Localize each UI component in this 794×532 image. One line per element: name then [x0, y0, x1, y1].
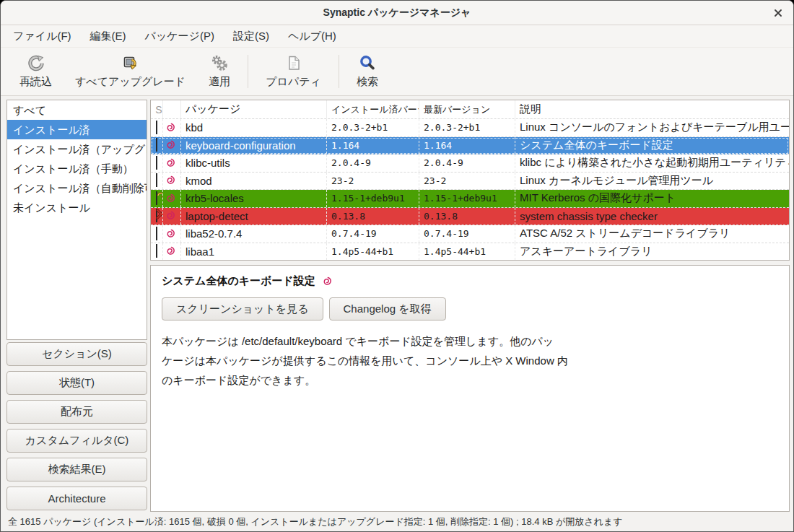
package-name: liba52-0.7.4 [181, 225, 327, 243]
package-row-krb5-locales[interactable]: krb5-locales1.15-1+deb9u11.15-1+deb9u1MI… [151, 190, 789, 208]
latest-version: 2.0.3-2+b1 [419, 119, 515, 136]
package-row-liba52-0.7.4[interactable]: liba52-0.7.40.7.4-190.7.4-19ATSC A/52 スト… [151, 225, 789, 243]
latest-version: 0.13.8 [419, 208, 515, 225]
latest-version: 1.4p5-44+b1 [419, 243, 515, 261]
sidebar-button-origin[interactable]: 配布元 [6, 400, 147, 424]
sidebar-filter-item[interactable]: 未インストール [7, 198, 147, 217]
reload-button[interactable]: 再読込 [8, 48, 64, 89]
debian-swirl-icon [322, 276, 332, 287]
get-screenshot-button[interactable]: スクリーンショットを見る [162, 297, 323, 320]
column-header-1[interactable] [163, 100, 181, 118]
package-name: libaa1 [181, 243, 327, 261]
sidebar-filter-item[interactable]: インストール済（アップグレード可） [7, 139, 147, 159]
package-description: アスキーアートライブラリ [515, 243, 789, 261]
sidebar-button-sections[interactable]: セクション(S) [6, 342, 147, 366]
package-filter-list: すべてインストール済インストール済（アップグレード可）インストール済（手動）イン… [6, 100, 147, 340]
latest-version: 0.7.4-19 [419, 225, 515, 243]
sidebar-button-search-results[interactable]: 検索結果(E) [6, 458, 147, 481]
package-row-kmod[interactable]: kmod23-223-2Linux カーネルモジュール管理用ツール [151, 173, 789, 191]
installed-status-icon[interactable] [156, 157, 157, 170]
sidebar-filter-item[interactable]: すべて [7, 100, 147, 120]
status-cell [151, 225, 163, 243]
installed-version: 1.4p5-44+b1 [327, 243, 419, 261]
apply-button[interactable]: 適用 [197, 48, 242, 89]
close-button[interactable] [772, 6, 785, 19]
supported-cell [163, 190, 181, 207]
menu-package[interactable]: パッケージ(P) [136, 26, 224, 47]
table-header: Sパッケージインストール済バージョン最新バージョン説明 [151, 100, 789, 119]
supported-cell [163, 119, 181, 136]
search-button[interactable]: 検索 [345, 48, 390, 89]
supported-cell [163, 154, 181, 172]
status-text: 全 1615 パッケージ (インストール済: 1615 個, 破損 0 個, イ… [8, 515, 623, 528]
reinstall-status-icon[interactable] [156, 192, 157, 205]
column-header-2[interactable]: パッケージ [181, 100, 327, 118]
debian-swirl-icon [165, 140, 175, 150]
apply-label: 適用 [209, 75, 230, 89]
remove-status-icon[interactable] [156, 209, 157, 222]
sidebar-button-status[interactable]: 状態(T) [6, 371, 147, 395]
column-header-0[interactable]: S [151, 100, 163, 118]
reload-label: 再読込 [19, 75, 52, 89]
details-description: 本パッケージは /etc/default/keyboard でキーボード設定を管… [162, 331, 778, 390]
latest-version: 2.0.4-9 [419, 154, 515, 172]
latest-version: 1.164 [419, 137, 515, 154]
sidebar-button-custom-filters[interactable]: カスタムフィルタ(C) [6, 429, 147, 453]
upgrade-all-button[interactable]: すべてアップグレード [64, 48, 197, 89]
column-header-4[interactable]: 最新バージョン [419, 100, 515, 118]
search-icon [358, 53, 377, 74]
column-header-5[interactable]: 説明 [515, 100, 789, 118]
supported-cell [163, 243, 181, 261]
column-header-3[interactable]: インストール済バージョン [327, 100, 419, 118]
package-row-laptop-detect[interactable]: laptop-detect0.13.80.13.8system chassis … [151, 208, 789, 226]
installed-status-icon[interactable] [156, 245, 157, 258]
menu-file[interactable]: ファイル(F) [4, 26, 81, 47]
close-icon [774, 9, 782, 17]
package-name: laptop-detect [181, 208, 327, 225]
installed-status-icon[interactable] [156, 174, 157, 187]
package-name: kbd [181, 119, 327, 136]
main-area: すべてインストール済インストール済（アップグレード可）インストール済（手動）イン… [1, 97, 793, 512]
description-line: 本パッケージは /etc/default/keyboard でキーボード設定を管… [162, 331, 778, 351]
menu-help[interactable]: ヘルプ(H) [279, 26, 346, 47]
debian-swirl-icon [165, 193, 175, 204]
debian-swirl-icon [165, 211, 175, 221]
properties-icon [284, 53, 303, 74]
package-description: klibc により構築された小さな起動初期用ユーティリティ [515, 154, 789, 172]
installed-version: 2.0.3-2+b1 [327, 119, 419, 136]
sidebar-filter-item[interactable]: インストール済（手動） [7, 159, 147, 178]
debian-swirl-icon [165, 158, 175, 168]
status-cell [151, 190, 163, 207]
package-description: ATSC A/52 ストリームデコードライブラリ [515, 225, 789, 243]
description-line: のキーボード設定ができます。 [162, 370, 778, 390]
status-cell [151, 154, 163, 172]
package-description: Linux コンソールのフォントおよびキーテーブル用ユーティリティ [515, 119, 789, 136]
toolbar: 再読込 すべてアップグレード [1, 48, 793, 96]
sidebar-button-architecture[interactable]: Architecture [6, 487, 147, 510]
installed-status-icon[interactable] [156, 139, 157, 152]
properties-button[interactable]: プロパティ [254, 48, 333, 89]
menu-settings[interactable]: 設定(S) [224, 26, 279, 47]
menu-edit[interactable]: 編集(E) [81, 26, 136, 47]
sidebar-filter-item[interactable]: インストール済（自動削除可能） [7, 178, 147, 198]
installed-version: 1.15-1+deb9u1 [327, 190, 419, 207]
package-row-libaa1[interactable]: libaa11.4p5-44+b11.4p5-44+b1アスキーアートライブラリ [151, 243, 789, 261]
package-name: klibc-utils [181, 154, 327, 172]
get-changelog-button[interactable]: Changelog を取得 [329, 297, 446, 320]
status-cell [151, 137, 163, 154]
installed-status-icon[interactable] [156, 227, 157, 240]
menubar: ファイル(F)編集(E)パッケージ(P)設定(S)ヘルプ(H) [1, 25, 793, 48]
upgrade-all-label: すべてアップグレード [75, 75, 186, 89]
package-row-kbd[interactable]: kbd2.0.3-2+b12.0.3-2+b1Linux コンソールのフォントお… [151, 119, 789, 137]
search-label: 検索 [357, 75, 378, 89]
package-description: system chassis type checker [515, 208, 789, 225]
installed-status-icon[interactable] [156, 121, 157, 134]
package-row-keyboard-configuration[interactable]: keyboard-configuration1.1641.164システム全体のキ… [151, 137, 789, 155]
debian-swirl-icon [165, 123, 175, 133]
sidebar-filter-item[interactable]: インストール済 [7, 120, 147, 139]
window-title: Synaptic パッケージマネージャ [323, 6, 471, 19]
status-cell [151, 119, 163, 136]
package-table: Sパッケージインストール済バージョン最新バージョン説明 kbd2.0.3-2+b… [150, 100, 790, 261]
details-title-row: システム全体のキーボード設定 [162, 274, 778, 288]
package-row-klibc-utils[interactable]: klibc-utils2.0.4-92.0.4-9klibc により構築された小… [151, 154, 789, 173]
